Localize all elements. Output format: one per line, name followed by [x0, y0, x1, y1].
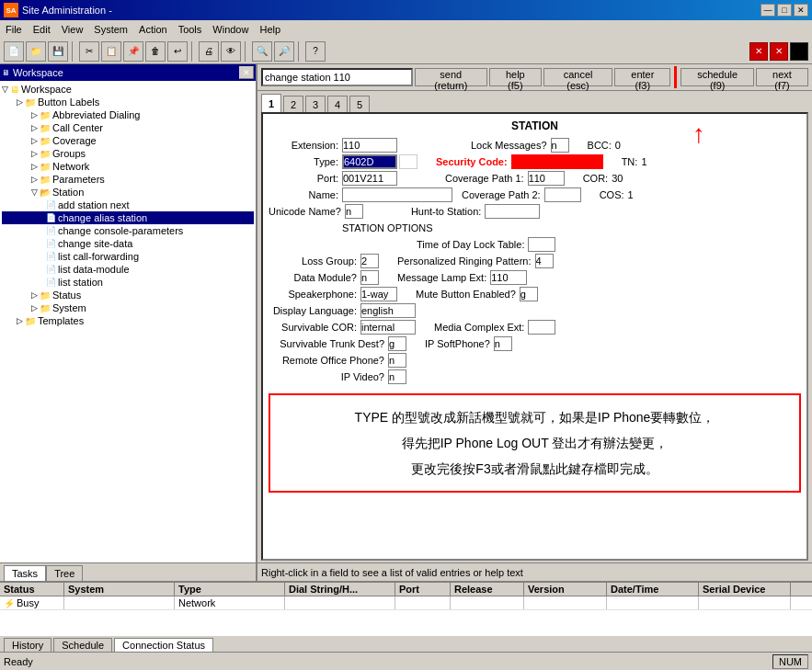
tree-tab[interactable]: Tree: [46, 565, 83, 581]
connection-status-tab[interactable]: Connection Status: [114, 638, 213, 652]
name-input[interactable]: [342, 187, 452, 202]
hunt-input[interactable]: [485, 204, 540, 219]
page-tab-3[interactable]: 3: [305, 96, 326, 112]
media-input[interactable]: [528, 320, 555, 335]
tb-preview[interactable]: 👁: [221, 41, 241, 62]
menu-file[interactable]: File: [0, 22, 28, 37]
red-divider: [674, 66, 677, 88]
menu-action[interactable]: Action: [133, 22, 173, 37]
tree-change-console[interactable]: 📄 change console-parameters: [2, 224, 254, 237]
tb-red1[interactable]: ✕: [749, 42, 768, 61]
menu-bar: File Edit View System Action Tools Windo…: [0, 20, 812, 39]
type-input[interactable]: [342, 154, 397, 169]
unicode-input[interactable]: [345, 204, 363, 219]
tree-add-station[interactable]: 📄 add station next: [2, 199, 254, 211]
data-input[interactable]: [360, 270, 379, 285]
tree-list-call-fwd[interactable]: 📄 list call-forwarding: [2, 250, 254, 263]
tb-paste[interactable]: 📌: [123, 41, 143, 62]
tod-input[interactable]: [528, 237, 555, 252]
tb-sep4: [298, 41, 302, 62]
port-input[interactable]: [342, 171, 397, 186]
tb-save[interactable]: 💾: [48, 41, 68, 62]
mute-label: Mute Button Enabled?: [416, 289, 516, 300]
tmpl-expand-icon: ▷: [17, 316, 23, 325]
workspace-close[interactable]: ✕: [239, 66, 254, 79]
tree-templates[interactable]: ▷ 📁 Templates: [2, 314, 254, 327]
extension-input[interactable]: [342, 138, 397, 153]
tree-parameters[interactable]: ▷ 📁 Parameters: [2, 173, 254, 186]
menu-view[interactable]: View: [56, 22, 89, 37]
send-button[interactable]: send (return): [415, 68, 487, 86]
tb-print[interactable]: 🖨: [199, 41, 219, 62]
tree-button-labels[interactable]: ▷ 📁 Button Labels: [2, 96, 254, 108]
display-input[interactable]: [360, 303, 416, 318]
tree-groups[interactable]: ▷ 📁 Groups: [2, 147, 254, 160]
tb-search[interactable]: 🔍: [252, 41, 272, 62]
tree-root[interactable]: ▽ 🖥 Workspace: [2, 83, 254, 96]
tree-status[interactable]: ▷ 📁 Status: [2, 289, 254, 301]
close-button[interactable]: ✕: [794, 4, 808, 17]
cmd-input[interactable]: [261, 68, 413, 86]
maximize-button[interactable]: □: [777, 4, 792, 17]
bcc-label: BCC:: [588, 140, 612, 151]
menu-window[interactable]: Window: [207, 22, 254, 37]
tree-change-site[interactable]: 📄 change site-data: [2, 237, 254, 250]
security-input[interactable]: [511, 154, 603, 169]
annotation-line1: TYPE 的型號改成新話機型號就可，如果是IP Phone要轉數位，: [289, 404, 781, 430]
tb-undo[interactable]: ↩: [167, 41, 188, 62]
page-tabs: 1 2 3 4 5: [257, 91, 812, 112]
next-button[interactable]: next (f7): [756, 68, 808, 86]
history-tab[interactable]: History: [4, 638, 51, 652]
cmd-bar: send (return) help (f5) cancel (esc) ent…: [257, 64, 812, 91]
schedule-button[interactable]: schedule (f9): [680, 68, 754, 86]
menu-help[interactable]: Help: [254, 22, 286, 37]
personal-input[interactable]: [535, 254, 554, 268]
tree-abbreviated-dialing[interactable]: ▷ 📁 Abbreviated Dialing: [2, 108, 254, 121]
page-tab-2[interactable]: 2: [283, 96, 303, 112]
tb-copy[interactable]: 📋: [101, 41, 121, 62]
tree-list-data-module[interactable]: 📄 list data-module: [2, 263, 254, 276]
mute-input[interactable]: [520, 287, 538, 301]
msg-lamp-input[interactable]: [490, 270, 527, 285]
tree-station[interactable]: ▽ 📂 Station: [2, 186, 254, 199]
tb-help[interactable]: ?: [305, 41, 326, 62]
ip-soft-input[interactable]: [494, 336, 512, 351]
tb-red2[interactable]: ✕: [770, 42, 788, 61]
tasks-tab[interactable]: Tasks: [4, 565, 46, 581]
tb-delete[interactable]: 🗑: [145, 41, 166, 62]
menu-system[interactable]: System: [88, 22, 133, 37]
cancel-button[interactable]: cancel (esc): [543, 68, 612, 86]
tb-find[interactable]: 🔎: [274, 41, 294, 62]
status-hint-bar: Right-click in a field to see a list of …: [257, 562, 812, 581]
speaker-input[interactable]: [360, 287, 397, 301]
tb-new[interactable]: 📄: [4, 41, 24, 62]
remote-input[interactable]: [388, 353, 406, 368]
workspace-titlebar: 🖥 Workspace ✕: [0, 64, 256, 81]
annotation-line3: 更改完後按F3或者滑鼠點此鍵存檔即完成。: [289, 456, 781, 482]
cov2-input[interactable]: [544, 187, 581, 202]
tree-coverage[interactable]: ▷ 📁 Coverage: [2, 134, 254, 147]
menu-tools[interactable]: Tools: [173, 22, 208, 37]
tree-list-station[interactable]: 📄 list station: [2, 276, 254, 289]
page-tab-1[interactable]: 1: [261, 94, 281, 112]
schedule-tab[interactable]: Schedule: [53, 638, 112, 652]
tree-network[interactable]: ▷ 📁 Network: [2, 160, 254, 173]
tree-area: ▽ 🖥 Workspace ▷ 📁 Button Labels ▷ 📁 Abbr…: [0, 81, 256, 562]
menu-edit[interactable]: Edit: [28, 22, 56, 37]
tree-change-alias[interactable]: 📄 change alias station: [2, 211, 254, 224]
minimize-button[interactable]: —: [761, 4, 775, 17]
tb-open[interactable]: 📁: [26, 41, 46, 62]
page-tab-4[interactable]: 4: [327, 96, 348, 112]
page-tab-5[interactable]: 5: [349, 96, 370, 112]
surv-trunk-input[interactable]: [388, 336, 406, 351]
ipvideo-input[interactable]: [388, 369, 406, 384]
cov1-input[interactable]: [528, 171, 565, 186]
tb-cut[interactable]: ✂: [79, 41, 99, 62]
enter-button[interactable]: enter (f3): [614, 68, 670, 86]
lock-input[interactable]: [551, 138, 569, 153]
tree-system[interactable]: ▷ 📁 System: [2, 301, 254, 314]
tree-call-center[interactable]: ▷ 📁 Call Center: [2, 121, 254, 134]
loss-input[interactable]: [360, 254, 379, 268]
surv-cor-input[interactable]: [360, 320, 416, 335]
help-button[interactable]: help (f5): [489, 68, 542, 86]
